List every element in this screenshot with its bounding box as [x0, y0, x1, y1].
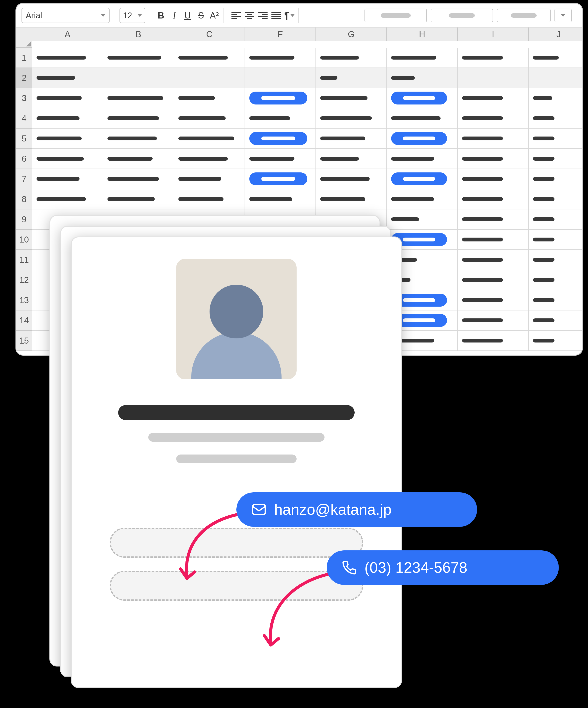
cell[interactable] — [174, 189, 245, 209]
cell[interactable] — [387, 68, 458, 88]
italic-button[interactable]: I — [168, 9, 180, 22]
cell[interactable] — [174, 108, 245, 128]
cell[interactable] — [529, 88, 583, 108]
paragraph-button[interactable]: ¶ — [284, 9, 295, 22]
font-select[interactable]: Arial — [22, 8, 110, 23]
cell[interactable] — [529, 230, 583, 250]
select-all-corner[interactable] — [16, 28, 32, 48]
row-header[interactable]: 10 — [16, 230, 32, 250]
cell[interactable] — [245, 189, 316, 209]
row-header[interactable]: 6 — [16, 149, 32, 169]
cell[interactable] — [529, 250, 583, 270]
row-header[interactable]: 4 — [16, 108, 32, 128]
column-header[interactable]: G — [316, 28, 387, 41]
cell[interactable] — [458, 331, 529, 351]
row-header[interactable]: 8 — [16, 189, 32, 209]
column-header[interactable]: H — [387, 28, 458, 41]
cell[interactable] — [245, 169, 316, 189]
cell[interactable] — [316, 88, 387, 108]
cell[interactable] — [316, 48, 387, 68]
cell[interactable] — [529, 331, 583, 351]
cell[interactable] — [174, 169, 245, 189]
cell[interactable] — [245, 88, 316, 108]
cell[interactable] — [387, 88, 458, 108]
cell[interactable] — [32, 108, 103, 128]
cell[interactable] — [316, 68, 387, 88]
cell[interactable] — [458, 209, 529, 230]
toolbar-field-2[interactable] — [431, 9, 493, 22]
cell[interactable] — [245, 48, 316, 68]
cell[interactable] — [103, 108, 174, 128]
cell[interactable] — [32, 128, 103, 149]
cell[interactable] — [387, 189, 458, 209]
cell[interactable] — [174, 68, 245, 88]
strikethrough-button[interactable]: S — [195, 9, 207, 22]
cell[interactable] — [458, 108, 529, 128]
row-header[interactable]: 11 — [16, 250, 32, 270]
cell[interactable] — [32, 88, 103, 108]
cell[interactable] — [458, 230, 529, 250]
toolbar-dropdown[interactable] — [555, 9, 572, 22]
cell[interactable] — [387, 48, 458, 68]
align-center-button[interactable] — [244, 9, 255, 22]
cell[interactable] — [103, 128, 174, 149]
email-chip[interactable]: hanzo@katana.jp — [237, 492, 477, 527]
cell[interactable] — [529, 68, 583, 88]
email-drop-slot[interactable] — [110, 528, 363, 558]
bold-button[interactable]: B — [155, 9, 167, 22]
cell[interactable] — [316, 149, 387, 169]
row-header[interactable]: 5 — [16, 128, 32, 149]
cell[interactable] — [387, 169, 458, 189]
column-header[interactable]: A — [32, 28, 103, 41]
cell[interactable] — [529, 48, 583, 68]
row-header[interactable]: 3 — [16, 88, 32, 108]
cell[interactable] — [458, 250, 529, 270]
superscript-button[interactable]: A² — [209, 9, 220, 22]
cell[interactable] — [316, 169, 387, 189]
column-header[interactable]: C — [174, 28, 245, 41]
row-header[interactable]: 12 — [16, 270, 32, 290]
cell[interactable] — [458, 48, 529, 68]
cell[interactable] — [529, 169, 583, 189]
cell[interactable] — [245, 68, 316, 88]
cell[interactable] — [32, 189, 103, 209]
row-header[interactable]: 15 — [16, 331, 32, 351]
cell[interactable] — [529, 311, 583, 331]
row-header[interactable]: 7 — [16, 169, 32, 189]
row-header[interactable]: 9 — [16, 209, 32, 230]
cell[interactable] — [458, 68, 529, 88]
align-left-button[interactable] — [230, 9, 242, 22]
cell[interactable] — [103, 68, 174, 88]
cell[interactable] — [387, 108, 458, 128]
cell[interactable] — [174, 48, 245, 68]
cell[interactable] — [458, 189, 529, 209]
cell[interactable] — [174, 149, 245, 169]
cell[interactable] — [245, 108, 316, 128]
cell[interactable] — [32, 68, 103, 88]
cell[interactable] — [32, 169, 103, 189]
underline-button[interactable]: U — [182, 9, 193, 22]
cell[interactable] — [529, 128, 583, 149]
cell[interactable] — [529, 149, 583, 169]
cell[interactable] — [458, 88, 529, 108]
cell[interactable] — [316, 108, 387, 128]
cell[interactable] — [529, 209, 583, 230]
cell[interactable] — [458, 290, 529, 311]
cell[interactable] — [245, 149, 316, 169]
cell[interactable] — [387, 128, 458, 149]
cell[interactable] — [316, 189, 387, 209]
column-header[interactable]: F — [245, 28, 316, 41]
cell[interactable] — [103, 48, 174, 68]
cell[interactable] — [529, 270, 583, 290]
column-header[interactable]: I — [458, 28, 529, 41]
cell[interactable] — [458, 149, 529, 169]
align-right-button[interactable] — [257, 9, 269, 22]
cell[interactable] — [32, 48, 103, 68]
align-justify-button[interactable] — [270, 9, 282, 22]
row-header[interactable]: 14 — [16, 311, 32, 331]
cell[interactable] — [316, 128, 387, 149]
cell[interactable] — [174, 88, 245, 108]
column-header[interactable]: J — [529, 28, 583, 41]
cell[interactable] — [103, 88, 174, 108]
cell[interactable] — [245, 128, 316, 149]
